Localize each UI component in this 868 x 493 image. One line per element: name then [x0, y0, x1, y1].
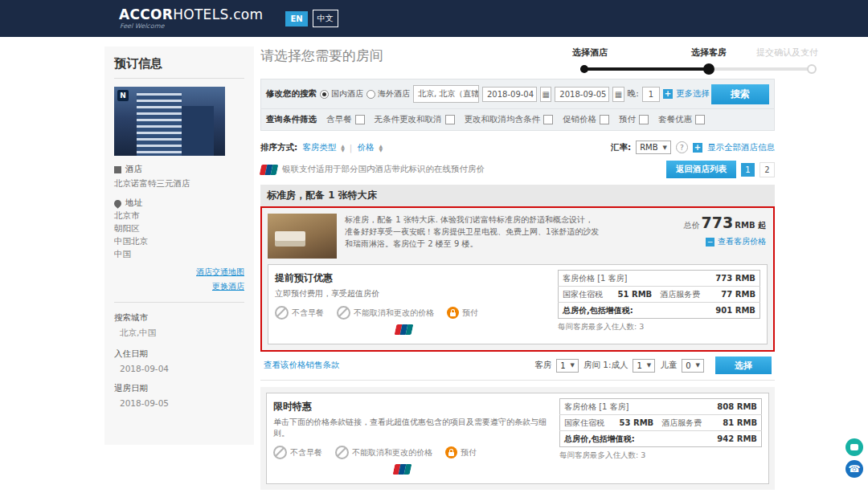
nights-input[interactable]: 1	[642, 87, 660, 102]
prepay-lock-icon	[445, 446, 457, 458]
room-summary: 标准房，配备 1 张特大床. 体验我们诺富特标准房的舒适和概念设计，准备好好享受…	[268, 214, 768, 259]
promo-checkbox[interactable]	[600, 115, 609, 124]
show-all-hotel-info-link[interactable]: 显示全部酒店信息	[707, 142, 775, 153]
collapse-icon: −	[706, 238, 714, 246]
logo-text: ACCORHOTELS.com	[119, 8, 263, 22]
overseas-radio[interactable]: 海外酒店	[366, 88, 410, 100]
occupancy-selectors: 客房 1▼ 房间 1:成人 1▼ 儿童 0▼ 选择	[534, 357, 772, 374]
package-checkbox[interactable]	[695, 115, 705, 124]
price-table: 客房价格 [1 客房] 808 RMB 国家住宿税 53 RMB 酒店服务费 8…	[559, 398, 762, 447]
floating-contact-buttons: ☎	[845, 438, 863, 478]
checkout-label: 退房日期	[114, 383, 244, 394]
checkout-date-input[interactable]: 2018-09-05	[555, 87, 609, 102]
total-price-value: 901 RMB	[708, 303, 760, 319]
checkin-label: 入住日期	[114, 348, 244, 360]
offer-title: 限时特惠	[273, 400, 559, 414]
table-row: 总房价,包括增值税: 901 RMB	[559, 303, 760, 319]
conditional-change-checkbox[interactable]	[543, 115, 553, 124]
main-header: 请选择您需要的房间 选择酒店 选择客房 提交确认及支付	[260, 47, 775, 72]
search-button[interactable]: 搜索	[711, 84, 769, 104]
phone-icon: ☎	[849, 463, 861, 475]
room-photo[interactable]	[268, 214, 337, 259]
back-to-hotel-list-button[interactable]: 返回酒店列表	[666, 161, 736, 178]
rate-terms-link[interactable]: 查看该价格销售条款	[264, 360, 340, 371]
language-switcher: EN 中文	[285, 10, 338, 27]
tax-label: 国家住宿税	[559, 287, 611, 303]
unionpay-note: 银联支付适用于部分国内酒店带此标识的在线预付房价	[282, 164, 485, 175]
address-line: 北京市	[114, 210, 244, 222]
hotel-icon	[114, 166, 121, 173]
sort-by-room-type[interactable]: 客房类型	[302, 142, 336, 153]
hotel-map-link[interactable]: 酒店交通地图	[114, 267, 244, 278]
city-input[interactable]: 北京, 北京（直辖市）	[413, 85, 479, 103]
sidebar-links: 酒店交通地图 更换酒店	[114, 267, 244, 292]
service-fee-label: 酒店服务费	[656, 287, 708, 303]
adults-select[interactable]: 1▼	[633, 359, 655, 373]
prepay-checkbox[interactable]	[639, 115, 649, 124]
modify-search-label: 修改您的搜索	[266, 88, 317, 100]
domestic-radio[interactable]: 国内酒店	[320, 88, 363, 100]
rate-conditions: 不含早餐 不能取消和更改的价格 预付	[273, 446, 559, 459]
rate-block-limited-offer: 限时特惠 单击下面的价格条款链接，查看此超值优惠包含的项目及需要遵守的条款与细则…	[260, 387, 775, 490]
room-price-label: 客房价格 [1 客房]	[559, 271, 708, 287]
lang-en-button[interactable]: EN	[285, 11, 307, 26]
checkin-section: 入住日期 2018-09-04	[114, 348, 244, 373]
checkin-value: 2018-09-04	[114, 364, 244, 373]
filter-conditional-change: 更改和取消均含条件	[465, 114, 554, 125]
pagination-page-2[interactable]: 2	[760, 162, 775, 177]
service-fee-value: 81 RMB	[710, 415, 762, 431]
calendar-icon[interactable]: ▦	[612, 87, 624, 102]
unionpay-icon	[393, 464, 412, 475]
sort-by-price[interactable]: 价格	[357, 142, 374, 153]
room-count-select[interactable]: 1▼	[556, 359, 579, 373]
radio-icon	[366, 90, 375, 99]
more-options-link[interactable]: 更多选择	[676, 88, 710, 100]
total-price-value: 942 RMB	[710, 431, 762, 447]
select-rate-button[interactable]: 选择	[715, 357, 772, 374]
currency-select[interactable]: RMB▼	[636, 141, 671, 154]
chevron-down-icon: ▼	[696, 362, 700, 369]
filter-package: 套餐优惠	[658, 114, 705, 125]
view-room-prices-link[interactable]: −查看客房价格	[684, 236, 766, 247]
checkout-section: 退房日期 2018-09-05	[114, 383, 244, 408]
search-city-section: 搜索城市 北京,中国	[114, 312, 244, 339]
sort-arrows-icon[interactable]: ▲▼	[379, 144, 383, 152]
children-select[interactable]: 0▼	[682, 359, 704, 373]
phone-button[interactable]: ☎	[845, 460, 863, 478]
rate-conditions: 不含早餐 不能取消和更改的价格 预付	[275, 306, 558, 320]
sort-arrows-icon[interactable]: ▲▼	[341, 144, 345, 152]
progress-bar	[572, 63, 818, 75]
calendar-icon[interactable]: ▦	[540, 87, 551, 102]
lang-zh-button[interactable]: 中文	[313, 10, 338, 27]
table-row: 客房价格 [1 客房] 773 RMB	[559, 271, 760, 287]
filter-breakfast: 含早餐	[326, 114, 365, 125]
free-change-checkbox[interactable]	[445, 115, 455, 124]
currency-controls: 汇率: RMB▼ ? + 显示全部酒店信息	[611, 141, 775, 154]
step-confirm-pay: 提交确认及支付	[756, 47, 818, 59]
pagination-page-1[interactable]: 1	[741, 163, 755, 177]
offer-selector-row: 查看该价格销售条款 客房 1▼ 房间 1:成人 1▼ 儿童 0▼ 选择	[260, 352, 775, 381]
filter-free-change: 无条件更改和取消	[375, 114, 455, 125]
total-price-label: 总房价,包括增值税:	[559, 303, 708, 319]
help-icon[interactable]: ?	[676, 141, 688, 153]
no-breakfast-item: 不含早餐	[273, 446, 322, 459]
chat-button[interactable]	[845, 438, 863, 456]
room-description: 标准房，配备 1 张特大床. 体验我们诺富特标准房的舒适和概念设计，准备好好享受…	[345, 214, 600, 259]
offer-selector-row: 查看该价格销售条款 客房 1▼ 房间 1:成人 1▼ 儿童 0▼ 选择	[260, 490, 775, 493]
accorhotels-logo[interactable]: ACCORHOTELS.com Feel Welcome	[119, 8, 263, 30]
no-cancel-icon	[337, 306, 350, 320]
no-cancel-icon	[335, 446, 349, 459]
checkin-date-input[interactable]: 2018-09-04	[482, 87, 537, 102]
table-row: 国家住宿税 51 RMB 酒店服务费 77 RMB	[559, 287, 760, 303]
price-table: 客房价格 [1 客房] 773 RMB 国家住宿税 51 RMB 酒店服务费 7…	[558, 270, 760, 319]
room-price-summary: 总价773RMB 起 −查看客房价格	[684, 214, 768, 259]
room-card: 标准房，配备 1 张特大床. 体验我们诺富特标准房的舒适和概念设计，准备好好享受…	[260, 206, 775, 352]
filter-bar: 查询条件筛选 含早餐 无条件更改和取消 更改和取消均含条件 促销价格 预付 套餐…	[260, 109, 775, 131]
search-modify-bar: 修改您的搜索 国内酒店 海外酒店 北京, 北京（直辖市） 2018-09-04 …	[260, 79, 775, 109]
table-row: 总房价,包括增值税: 942 RMB	[560, 431, 762, 447]
change-hotel-link[interactable]: 更换酒店	[114, 281, 244, 292]
breakfast-checkbox[interactable]	[355, 115, 365, 124]
no-breakfast-item: 不含早餐	[275, 306, 324, 320]
expand-icon: +	[693, 143, 702, 153]
no-breakfast-icon	[273, 446, 287, 459]
